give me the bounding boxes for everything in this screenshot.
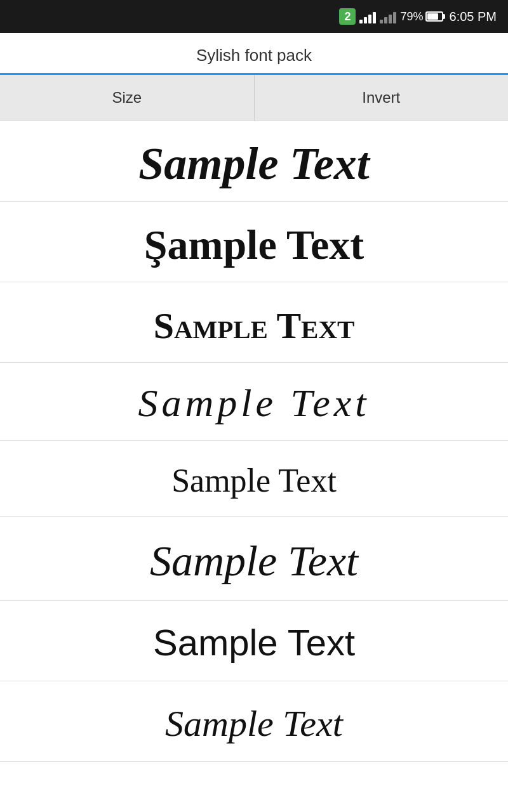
svg-text:Sample Text: Sample Text xyxy=(165,703,344,744)
signal-strength-icon xyxy=(359,10,376,23)
font-item-3[interactable]: Sample Text xyxy=(0,282,508,363)
font-sample-2: Şample Text xyxy=(57,212,451,272)
clock: 6:05 PM xyxy=(450,10,497,24)
font-svg-2: Şample Text xyxy=(57,212,451,269)
notification-badge: 2 xyxy=(339,8,356,25)
font-item-2[interactable]: Şample Text xyxy=(0,202,508,282)
battery-indicator: 79% xyxy=(400,10,443,23)
font-list: Sample Text Şample Text Sample Text Samp… xyxy=(0,121,508,762)
font-item-8[interactable]: Sample Text xyxy=(0,681,508,762)
font-sample-4: Sample Text xyxy=(38,373,470,430)
page-title: Sylish font pack xyxy=(0,46,508,73)
font-svg-6: Sample Text xyxy=(51,527,457,587)
app-header: Sylish font pack xyxy=(0,33,508,75)
svg-text:Sample  Text: Sample Text xyxy=(138,381,370,424)
svg-text:Sample Text: Sample Text xyxy=(171,462,337,499)
svg-text:Sample Text: Sample Text xyxy=(154,305,355,346)
font-sample-8: Sample Text xyxy=(51,691,457,751)
font-svg-1: Sample Text xyxy=(57,131,451,188)
font-svg-4: Sample Text xyxy=(38,373,470,428)
svg-text:Sample Text: Sample Text xyxy=(150,537,359,585)
font-sample-6: Sample Text xyxy=(51,527,457,590)
font-svg-3: Sample Text xyxy=(57,292,451,350)
font-item-4[interactable]: Sample Text xyxy=(0,363,508,441)
svg-text:Sample Text: Sample Text xyxy=(153,622,355,663)
font-item-1[interactable]: Sample Text xyxy=(0,121,508,202)
font-sample-5: Sample Text xyxy=(70,452,438,506)
invert-button[interactable]: Invert xyxy=(255,75,509,121)
svg-text:Sample Text: Sample Text xyxy=(138,138,370,188)
status-icons: 2 79% 6:05 PM xyxy=(339,8,497,25)
font-sample-7: Sample Text xyxy=(51,611,457,671)
battery-icon xyxy=(425,11,443,22)
font-item-6[interactable]: Sample Text xyxy=(0,517,508,601)
font-sample-1: Sample Text xyxy=(57,131,451,191)
font-item-5[interactable]: Sample Text xyxy=(0,441,508,517)
control-buttons: Size Invert xyxy=(0,75,508,121)
status-bar: 2 79% 6:05 PM xyxy=(0,0,508,33)
svg-text:Şample Text: Şample Text xyxy=(144,221,364,268)
font-svg-8: Sample Text xyxy=(51,691,457,749)
battery-percent-label: 79% xyxy=(400,10,423,23)
font-sample-3: Sample Text xyxy=(57,292,451,352)
signal-strength-2-icon xyxy=(380,10,396,23)
size-button[interactable]: Size xyxy=(0,75,255,121)
font-svg-5: Sample Text xyxy=(70,452,438,503)
font-svg-7: Sample Text xyxy=(51,611,457,668)
font-item-7[interactable]: Sample Text xyxy=(0,601,508,681)
